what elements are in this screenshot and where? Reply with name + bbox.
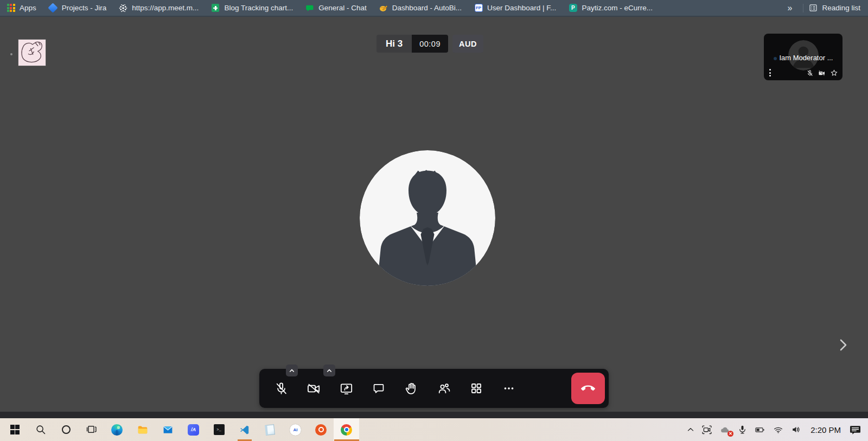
action-center-icon[interactable] [849,424,861,436]
start-button[interactable] [2,418,28,441]
meeting-timer: 00:09 [412,35,448,53]
bookmark-label: User Dashboard | F... [487,4,556,12]
autobi-favicon-icon [379,4,388,12]
chevron-right-icon[interactable] [838,337,848,353]
bookmark-label: Paytiz.com - eCurre... [582,4,653,12]
taskbar-apps: /A >_ AI [0,418,359,441]
ai-app-button[interactable]: AI [283,418,308,441]
reading-list-icon [809,4,818,12]
audio-only-badge: AUD [452,35,483,53]
more-actions-button[interactable] [493,375,525,402]
bookmark-user-dashboard[interactable]: FP User Dashboard | F... [474,4,556,12]
bookmark-meet[interactable]: https://app.meet.m... [119,4,199,12]
raise-hand-button[interactable] [395,375,427,402]
bookmark-label: General - Chat [318,4,367,12]
bookmark-apps[interactable]: Apps [7,4,36,12]
bookmarks-bar-right: » Reading list [782,3,860,13]
bookmark-label: Blog Tracking chart... [224,4,293,12]
microphone-icon[interactable] [737,424,748,435]
hang-up-button[interactable] [571,373,605,404]
chat-button[interactable] [362,375,395,402]
divider [803,4,803,12]
camera-off-button[interactable] [297,375,330,402]
bookmark-paytiz[interactable]: P Paytiz.com - eCurre... [569,4,653,12]
screen-share-button[interactable] [330,375,362,402]
taskbar-clock[interactable]: 2:20 PM [810,425,841,434]
ai-app-icon: AI [290,424,301,436]
terminal-button[interactable]: >_ [206,418,232,441]
ubuntu-icon [315,424,327,436]
bookmark-label: Dashboard - AutoBi... [392,4,462,12]
terminal-icon: >_ [214,424,225,435]
battery-icon[interactable] [753,425,767,435]
more-icon [502,381,516,395]
dominant-speaker-avatar [360,150,495,286]
mic-off-button[interactable] [265,375,297,402]
star-icon[interactable] [830,69,838,77]
participant-thumbnail[interactable]: Iam Moderator ... [764,34,843,80]
participant-status-icons [806,69,838,77]
tile-view-icon [469,381,483,395]
wifi-icon[interactable] [772,424,784,435]
meeting-header: Hi 3 00:09 AUD [376,35,483,53]
cortana-button[interactable] [53,418,79,441]
reading-list-button[interactable]: Reading list [809,4,860,12]
app-a-button[interactable]: /A [181,418,206,441]
mail-button[interactable] [155,418,181,441]
tray-expand-chevron-icon[interactable] [686,425,695,434]
hang-up-icon [579,381,597,395]
vscode-icon [239,424,250,436]
file-explorer-button[interactable] [130,418,155,441]
bookmark-jira[interactable]: Projects - Jira [49,4,107,12]
audio-level-dot [774,57,777,60]
bookmark-autobi[interactable]: Dashboard - AutoBi... [379,4,462,12]
participant-name: Iam Moderator ... [764,54,843,62]
onedrive-offline-icon[interactable]: ✕ [719,424,732,436]
kebab-menu-icon[interactable] [769,69,771,76]
vscode-button[interactable] [232,418,257,441]
dot-marker [10,53,12,55]
camera-options-chevron[interactable] [323,365,335,376]
windows-logo-icon [10,425,20,434]
bookmark-label: Projects - Jira [62,4,107,12]
sheets-icon [211,4,220,12]
chrome-button[interactable] [334,418,359,441]
bookmarks-bar: Apps Projects - Jira https://app.meet.m.… [0,0,868,17]
tile-view-button[interactable] [460,375,493,402]
bookmark-blog-tracking[interactable]: Blog Tracking chart... [211,4,293,12]
ubuntu-button[interactable] [308,418,334,441]
chat-icon [372,381,386,395]
notepad-button[interactable] [257,418,283,441]
error-badge: ✕ [727,431,733,437]
search-button[interactable] [28,418,53,441]
screen-share-icon [339,381,354,396]
google-chat-icon [305,4,314,12]
volume-icon[interactable] [790,424,802,435]
search-icon [35,424,47,436]
cortana-icon [62,425,71,434]
mail-icon [162,424,174,436]
app-a-icon: /A [188,424,199,436]
system-tray: ✕ 2:20 PM [686,418,868,441]
mic-off-icon [806,69,814,77]
meeting-subject: Hi 3 [376,35,412,53]
meeting-stage: Hi 3 00:09 AUD Iam Moderator ... [0,17,868,418]
screen-capture-icon[interactable] [701,424,713,436]
camera-off-icon [307,381,321,396]
edge-icon [111,424,123,436]
bookmark-general-chat[interactable]: General - Chat [305,4,367,12]
participants-button[interactable] [427,375,460,402]
chrome-icon [341,424,352,436]
bookmarks-overflow-chevron[interactable]: » [782,3,798,13]
call-toolbar [259,369,609,408]
reading-list-label: Reading list [822,4,860,12]
paytiz-favicon-icon: P [569,4,577,12]
task-view-button[interactable] [79,418,104,441]
camera-off-icon [818,69,826,77]
fp-favicon-icon: FP [474,4,483,12]
mic-options-chevron[interactable] [286,365,298,376]
mic-off-icon [274,381,289,396]
window-bottom-edge [0,412,868,418]
windows-taskbar: /A >_ AI [0,418,868,441]
edge-button[interactable] [104,418,130,441]
